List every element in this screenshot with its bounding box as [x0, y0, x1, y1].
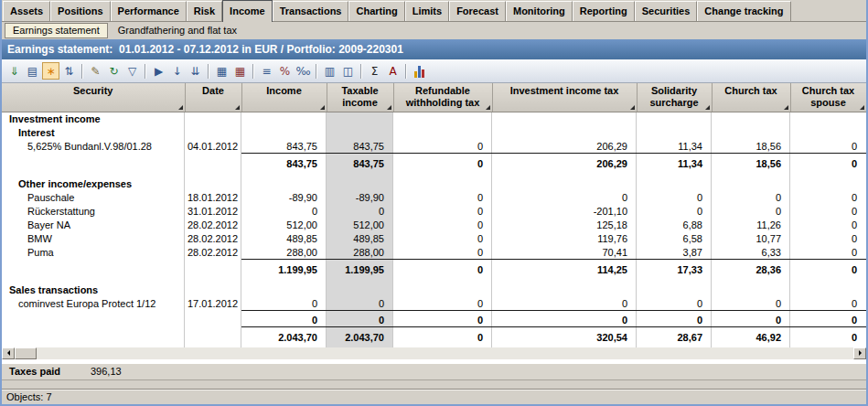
tab-charting[interactable]: Charting — [348, 1, 404, 21]
table-row[interactable]: BMW28.02.2012489,85489,850119,766,5810,7… — [2, 232, 866, 246]
column-header-refundable-withholding-tax[interactable]: Refundable withholding tax — [393, 83, 492, 112]
date-cell: 17.01.2012 — [185, 297, 241, 311]
date-cell — [185, 327, 241, 344]
toolbar-separator — [145, 64, 146, 79]
tab-assets[interactable]: Assets — [3, 1, 50, 21]
value-cell: 0 — [790, 191, 866, 205]
value-cell: 119,76 — [492, 232, 637, 246]
column-header-church-tax-spouse[interactable]: Church tax spouse — [790, 83, 866, 112]
value-cell: 0 — [393, 246, 492, 260]
column-filter-handle[interactable] — [486, 105, 490, 110]
value-cell: 70,41 — [492, 246, 637, 260]
arrow-right-icon — [859, 350, 864, 356]
taxes-paid-row: Taxes paid 396,13 — [2, 363, 866, 380]
column-header-church-tax[interactable]: Church tax — [712, 83, 790, 112]
grid-icon[interactable]: ▦ — [213, 62, 230, 80]
column-filter-handle[interactable] — [705, 105, 710, 110]
column-header-security[interactable]: Security — [2, 83, 185, 112]
export-icon[interactable]: ⇓ — [5, 62, 23, 80]
group-row[interactable]: Investment income — [2, 112, 866, 126]
column-header-label: Security — [73, 85, 113, 96]
filter-icon[interactable]: ▽ — [123, 62, 141, 80]
horizontal-scrollbar — [2, 347, 866, 359]
value-cell: 11,34 — [637, 140, 712, 154]
refresh-icon[interactable]: ↻ — [105, 62, 123, 80]
columns-icon[interactable]: ▥ — [321, 62, 338, 80]
down-icon[interactable]: ↓ — [168, 62, 186, 80]
tab-risk[interactable]: Risk — [187, 1, 222, 21]
table-row[interactable]: 5,625% Bundanl.V.98/01.2804.01.2012843,7… — [2, 140, 866, 154]
security-cell: cominvest Europa Protect 1/12 — [2, 297, 185, 311]
column-filter-handle[interactable] — [860, 105, 864, 110]
tab-change-tracking[interactable]: Change tracking — [697, 1, 790, 21]
value-cell: 6,88 — [637, 219, 712, 232]
sum-toggle-icon[interactable]: ∗ — [42, 62, 59, 80]
scrollbar-thumb[interactable] — [15, 347, 37, 359]
tab-income[interactable]: Income — [222, 0, 273, 22]
column-header-income[interactable]: Income — [241, 83, 327, 112]
column-filter-handle[interactable] — [178, 105, 183, 110]
scroll-right-button[interactable] — [853, 347, 866, 359]
tab-monitoring[interactable]: Monitoring — [506, 1, 573, 21]
date-cell: 28.02.2012 — [185, 246, 241, 260]
group-row[interactable]: Interest — [2, 126, 866, 140]
value-cell: 0 — [393, 297, 492, 311]
column-filter-handle[interactable] — [784, 105, 788, 110]
value-cell: 0 — [327, 205, 393, 219]
group-row[interactable]: Other income/expenses — [2, 177, 866, 191]
toolbar-separator — [360, 64, 362, 79]
value-cell: 0 — [712, 311, 790, 327]
subtab-earnings-statement[interactable]: Earnings statement — [5, 23, 108, 38]
column-filter-handle[interactable] — [320, 105, 325, 110]
spacer-row — [2, 276, 866, 283]
column-header-solidarity-surcharge[interactable]: Solidarity surcharge — [637, 83, 712, 112]
group-row[interactable]: Sales transactions — [2, 283, 866, 297]
value-cell: -89,90 — [241, 191, 327, 205]
grid-sum-icon[interactable]: ▦ — [231, 62, 249, 80]
column-header-investment-income-tax[interactable]: Investment income tax — [492, 83, 637, 112]
value-cell: 0 — [790, 297, 866, 311]
value-cell: 0 — [492, 297, 637, 311]
subtotals-icon[interactable]: ≡ — [258, 62, 275, 80]
font-icon[interactable]: A — [384, 62, 402, 80]
column-filter-handle[interactable] — [387, 105, 391, 110]
table-row[interactable]: Rückerstattung31.01.2012000-201,10000 — [2, 205, 866, 219]
split-view-icon[interactable]: ◫ — [339, 62, 357, 80]
forward-icon[interactable]: ▶ — [150, 62, 167, 80]
tab-forecast[interactable]: Forecast — [449, 1, 506, 21]
tab-reporting[interactable]: Reporting — [573, 1, 635, 21]
move-rows-icon[interactable]: ⇅ — [60, 62, 78, 80]
table-row[interactable]: Pauschale18.01.2012-89,90-89,9000000 — [2, 191, 866, 205]
value-cell: 0 — [712, 191, 790, 205]
percent-icon[interactable]: % — [276, 62, 294, 80]
edit-layout-icon[interactable]: ✎ — [87, 62, 104, 80]
tab-positions[interactable]: Positions — [50, 1, 111, 21]
header-row: SecurityDateIncomeTaxable incomeRefundab… — [2, 83, 866, 112]
column-filter-handle[interactable] — [630, 105, 635, 110]
tab-securities[interactable]: Securities — [635, 1, 698, 21]
table-row[interactable]: Bayer NA28.02.2012512,00512,000125,186,8… — [2, 219, 866, 232]
column-filter-handle[interactable] — [235, 105, 240, 110]
scrollbar-track[interactable] — [37, 347, 853, 359]
value-cell: 0 — [241, 297, 327, 311]
subtab-grandfathering-and-flat-tax[interactable]: Grandfathering and flat tax — [111, 24, 244, 37]
table-row[interactable]: Puma28.02.2012288,00288,00070,413,876,33… — [2, 246, 866, 260]
toolbar-separator — [405, 64, 407, 79]
tab-performance[interactable]: Performance — [111, 1, 187, 21]
chart-icon[interactable] — [411, 62, 428, 80]
column-header-taxable-income[interactable]: Taxable income — [327, 83, 393, 112]
value-cell: 489,85 — [327, 232, 393, 246]
value-cell: 0 — [637, 311, 712, 327]
value-cell: 0 — [393, 219, 492, 232]
tab-limits[interactable]: Limits — [405, 1, 449, 21]
permille-icon[interactable]: ‰ — [295, 62, 312, 80]
table-row[interactable]: cominvest Europa Protect 1/1217.01.20120… — [2, 297, 866, 311]
security-cell — [2, 154, 185, 170]
scroll-left-button[interactable] — [2, 347, 15, 359]
column-header-label: Income — [266, 85, 302, 96]
tab-transactions[interactable]: Transactions — [273, 1, 349, 21]
report-icon[interactable]: ▤ — [24, 62, 41, 80]
to-bottom-icon[interactable]: ⇊ — [187, 62, 204, 80]
column-header-date[interactable]: Date — [185, 83, 241, 112]
sigma-icon[interactable]: Σ — [366, 62, 383, 80]
